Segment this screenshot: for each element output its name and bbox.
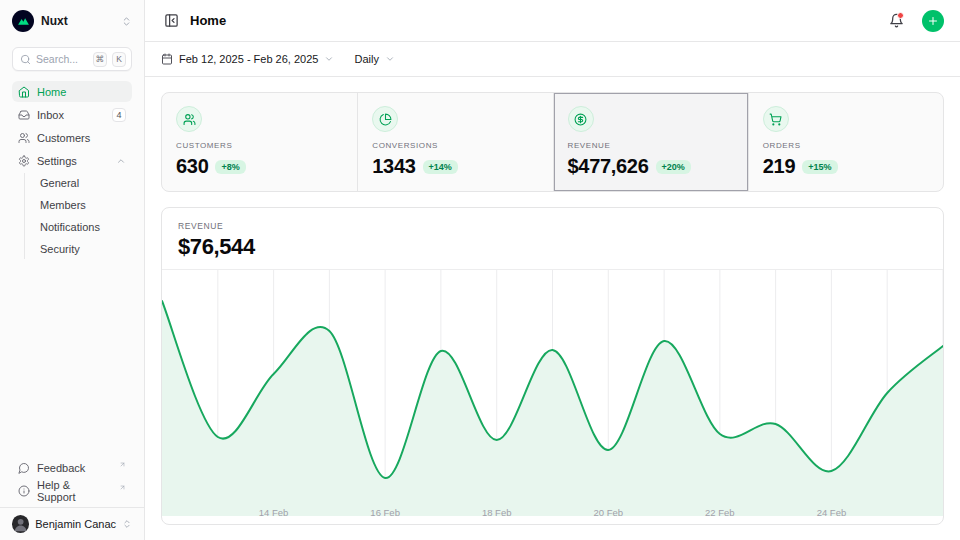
sidebar-item-label: Inbox	[37, 109, 105, 121]
stat-value: 630	[176, 155, 208, 178]
sidebar-item-general[interactable]: General	[34, 173, 132, 193]
stat-card-customers[interactable]: CUSTOMERS 630 +8%	[162, 93, 357, 191]
stat-label: REVENUE	[568, 141, 734, 150]
sub-item-label: Notifications	[40, 221, 100, 233]
stat-card-orders[interactable]: ORDERS 219 +15%	[748, 93, 943, 191]
sidebar-item-label: Feedback	[37, 462, 110, 474]
chart-pie-icon	[372, 106, 398, 132]
sidebar-item-label: Customers	[37, 132, 126, 144]
stat-delta-badge: +15%	[802, 160, 837, 174]
info-icon	[18, 485, 30, 497]
x-axis-label: 14 Feb	[259, 507, 289, 518]
sub-item-label: General	[40, 177, 79, 189]
sidebar-spacer	[0, 259, 144, 457]
sub-item-label: Members	[40, 199, 86, 211]
workspace-switcher[interactable]: Nuxt	[12, 9, 132, 33]
dashboard-content: CUSTOMERS 630 +8% CONVERSIONS 1343 +14%	[145, 77, 960, 540]
sidebar-footer-nav: Feedback Help & Support	[0, 457, 144, 507]
stat-value: 1343	[372, 155, 415, 178]
message-circle-icon	[18, 462, 30, 474]
app-window: Nuxt Search... ⌘ K Home	[0, 0, 960, 540]
sidebar-item-home[interactable]: Home	[12, 81, 132, 102]
stat-label: CUSTOMERS	[176, 141, 343, 150]
page-header: Home	[145, 0, 960, 42]
users-icon	[18, 132, 30, 144]
x-axis-label: 24 Feb	[817, 507, 847, 518]
chart-header: REVENUE $76,544	[162, 208, 943, 270]
shopping-cart-icon	[763, 106, 789, 132]
sidebar-item-customers[interactable]: Customers	[12, 127, 132, 148]
user-menu[interactable]: Benjamin Canac	[0, 507, 144, 540]
sidebar-item-members[interactable]: Members	[34, 195, 132, 215]
gear-icon	[18, 155, 30, 167]
inbox-count-badge: 4	[112, 108, 126, 122]
external-link-arrow-icon	[119, 484, 126, 491]
stat-delta-badge: +8%	[215, 160, 245, 174]
stat-label: CONVERSIONS	[372, 141, 538, 150]
chevron-down-icon	[385, 54, 395, 64]
page-title: Home	[190, 13, 874, 28]
period-value: Daily	[354, 53, 378, 65]
panel-left-close-icon	[164, 13, 179, 28]
collapse-sidebar-button[interactable]	[161, 8, 181, 34]
nuxt-logo-icon	[12, 10, 34, 32]
stat-value: 219	[763, 155, 795, 178]
x-axis-label: 22 Feb	[705, 507, 735, 518]
stat-value: $477,626	[568, 155, 649, 178]
sub-item-label: Security	[40, 243, 80, 255]
date-range-picker[interactable]: Feb 12, 2025 - Feb 26, 2025	[161, 53, 334, 65]
sidebar-item-label: Help & Support	[37, 479, 110, 503]
sidebar-item-notifications[interactable]: Notifications	[34, 217, 132, 237]
avatar	[12, 515, 29, 533]
main-panel: Home Feb 12, 2025 - Feb 26, 2025 Daily	[145, 0, 960, 540]
search-input[interactable]: Search... ⌘ K	[12, 47, 132, 71]
x-axis-label: 18 Feb	[482, 507, 512, 518]
revenue-chart[interactable]	[162, 270, 943, 503]
search-placeholder: Search...	[36, 53, 88, 65]
kbd-meta: ⌘	[93, 52, 108, 67]
circle-dollar-icon	[568, 106, 594, 132]
search-icon	[20, 54, 31, 65]
stat-delta-badge: +20%	[656, 160, 691, 174]
stat-label: ORDERS	[763, 141, 929, 150]
external-link-arrow-icon	[119, 461, 126, 468]
x-axis-label: 20 Feb	[593, 507, 623, 518]
sidebar-item-security[interactable]: Security	[34, 239, 132, 259]
notifications-button[interactable]	[883, 8, 909, 34]
sidebar-top: Nuxt Search... ⌘ K	[0, 0, 144, 81]
chart-metric-label: REVENUE	[178, 221, 927, 231]
settings-subtree: General Members Notifications Security	[24, 173, 132, 259]
chevrons-up-down-icon	[122, 519, 132, 529]
stat-delta-badge: +14%	[423, 160, 458, 174]
plus-icon	[927, 15, 939, 27]
filters-toolbar: Feb 12, 2025 - Feb 26, 2025 Daily	[145, 42, 960, 77]
house-icon	[18, 86, 30, 98]
chevron-up-icon	[116, 156, 126, 166]
stat-card-revenue[interactable]: REVENUE $477,626 +20%	[553, 93, 748, 191]
notification-dot	[897, 12, 904, 19]
chevrons-up-down-icon	[121, 16, 132, 27]
stat-card-conversions[interactable]: CONVERSIONS 1343 +14%	[357, 93, 552, 191]
sidebar-item-label: Settings	[37, 155, 109, 167]
users-icon	[176, 106, 202, 132]
calendar-icon	[161, 53, 173, 65]
sidebar-item-inbox[interactable]: Inbox 4	[12, 104, 132, 125]
period-select[interactable]: Daily	[354, 53, 394, 65]
inbox-icon	[18, 109, 30, 121]
kbd-k: K	[112, 52, 126, 67]
chart-metric-value: $76,544	[178, 234, 927, 260]
chart-x-axis: 14 Feb16 Feb18 Feb20 Feb22 Feb24 Feb	[162, 503, 943, 524]
sidebar-item-settings[interactable]: Settings	[12, 150, 132, 171]
stats-panel: CUSTOMERS 630 +8% CONVERSIONS 1343 +14%	[161, 92, 944, 192]
x-axis-label: 16 Feb	[370, 507, 400, 518]
sidebar: Nuxt Search... ⌘ K Home	[0, 0, 145, 540]
sidebar-item-label: Home	[37, 86, 126, 98]
workspace-name: Nuxt	[41, 14, 114, 28]
sidebar-item-help-support[interactable]: Help & Support	[12, 480, 132, 501]
user-name: Benjamin Canac	[35, 518, 116, 530]
revenue-chart-card: REVENUE $76,544 14 Feb16 Feb18 Feb20 Feb…	[161, 207, 944, 525]
chevron-down-icon	[324, 54, 334, 64]
sidebar-item-feedback[interactable]: Feedback	[12, 457, 132, 478]
add-button[interactable]	[922, 10, 944, 32]
sidebar-nav: Home Inbox 4 Customers Settings	[0, 81, 144, 259]
